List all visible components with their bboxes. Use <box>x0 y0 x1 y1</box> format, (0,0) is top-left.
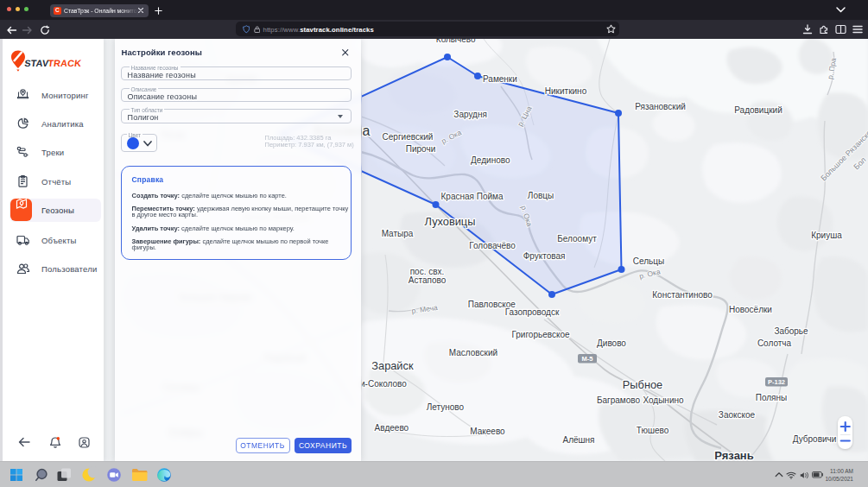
svg-text:Рязань: Рязань <box>714 449 753 462</box>
svg-text:Никиткино: Никиткино <box>545 86 587 96</box>
svg-text:Авдеево: Авдеево <box>375 423 409 433</box>
svg-text:Сергиевский: Сергиевский <box>383 132 434 142</box>
svg-text:Раменки: Раменки <box>483 74 517 84</box>
svg-text:Газопроводск: Газопроводск <box>505 307 560 317</box>
svg-text:Криуша: Криуша <box>811 231 842 240</box>
svg-text:Белоомут: Белоомут <box>557 234 597 244</box>
svg-text:Дивово: Дивово <box>597 338 626 348</box>
svg-text:Луховицы: Луховицы <box>425 215 476 228</box>
svg-text:Рязановский: Рязановский <box>635 102 686 111</box>
svg-text:Рыбное: Рыбное <box>623 378 662 391</box>
svg-text:Фруктовая: Фруктовая <box>523 251 566 261</box>
svg-text:Поляны: Поляны <box>756 393 788 402</box>
svg-text:Заборье: Заборье <box>774 326 808 336</box>
svg-text:Масловский: Масловский <box>449 348 497 357</box>
svg-text:Баграмово: Баграмово <box>597 395 641 405</box>
svg-text:Колычево: Колычево <box>436 39 476 44</box>
svg-text:Григорьевское: Григорьевское <box>511 330 570 339</box>
svg-text:Макеево: Макеево <box>470 427 505 436</box>
svg-text:Радовицкий: Радовицкий <box>734 105 782 115</box>
svg-text:Пирочи: Пирочи <box>406 144 435 154</box>
svg-text:Алёшня: Алёшня <box>562 435 594 445</box>
svg-text:Тюшево: Тюшево <box>637 426 669 435</box>
svg-text:Сельцы: Сельцы <box>633 256 664 266</box>
svg-text:Ходынино: Ходынино <box>643 395 684 405</box>
svg-text:М-5: М-5 <box>582 355 593 363</box>
svg-text:Зарайск: Зарайск <box>371 359 414 372</box>
svg-text:Матыра: Матыра <box>382 229 414 238</box>
svg-text:Дединово: Дединово <box>471 155 510 165</box>
svg-text:Зарудня: Зарудня <box>453 110 487 119</box>
svg-text:и-Соколово: и-Соколово <box>360 379 407 389</box>
svg-text:Астапово: Астапово <box>409 275 447 285</box>
svg-text:Летуново: Летуново <box>427 402 465 412</box>
svg-text:TRACK: TRACK <box>48 59 82 69</box>
svg-text:Красная Пойма: Красная Пойма <box>441 192 504 201</box>
svg-text:Солотча: Солотча <box>757 338 792 348</box>
svg-text:Константиново: Константиново <box>652 290 713 300</box>
svg-text:Головачёво: Головачёво <box>469 241 516 250</box>
svg-text:Р-132: Р-132 <box>768 378 785 386</box>
svg-text:Дубровичи: Дубровичи <box>793 434 837 444</box>
svg-text:Новосёлки: Новосёлки <box>729 305 772 314</box>
svg-text:STAV: STAV <box>24 59 50 69</box>
svg-text:Заокское: Заокское <box>719 410 756 420</box>
svg-text:Ловцы: Ловцы <box>528 191 554 200</box>
